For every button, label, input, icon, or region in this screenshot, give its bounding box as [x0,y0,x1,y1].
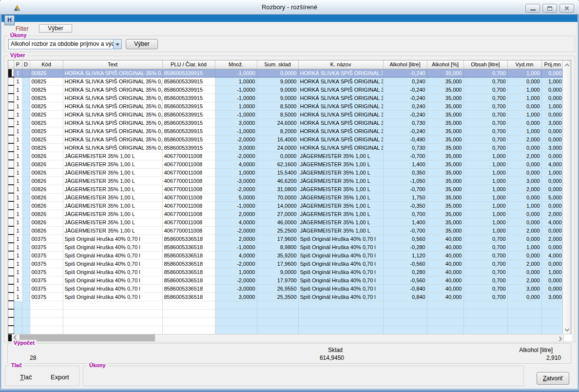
cell[interactable]: 4067700011008 [162,185,215,193]
cell[interactable]: 8,5000 [257,110,298,118]
cell[interactable]: 1,000 [541,168,563,176]
cell[interactable] [22,276,30,284]
table-row[interactable]: 100825HORKÁ SLIVKA SPIŠ ORIGINAL 35% 0,7… [8,118,563,127]
cell[interactable]: 0,700 [383,210,427,218]
cell[interactable]: 3,0000 [215,143,257,152]
cell[interactable]: 00825 [30,102,63,110]
cell[interactable]: HORKÁ SLIVKA SPIŠ ORIGINAL 35% [298,118,383,127]
cell[interactable]: 35,000 [427,127,463,135]
column-header-alkohol-litre[interactable]: Alkohol [litre] [383,60,427,69]
cell[interactable]: -1,0000 [215,127,257,135]
cell[interactable]: 1,400 [383,160,427,168]
cell[interactable]: 0,700 [463,102,507,110]
cell[interactable]: 0,000 [507,251,541,259]
cell[interactable]: 1,0000 [215,168,257,176]
cell[interactable]: 1 [14,135,22,143]
cell[interactable]: Spiš Originál Hruška 40% 0,70 l [298,268,383,276]
cell[interactable]: 8586005339915 [162,85,215,94]
cell[interactable]: 35,000 [427,110,463,118]
cell[interactable]: 0,700 [463,235,507,243]
cell[interactable]: 62,1600 [257,160,298,168]
cell[interactable]: 3,0000 [215,118,257,127]
cell[interactable]: 1 [14,127,22,135]
cell[interactable]: HORKÁ SLIVKA SPIŠ ORIGINAL 35% [298,77,383,85]
cell[interactable]: Spiš Originál Hruška 40% 0,70 l [63,251,162,259]
cell[interactable]: 1,000 [463,210,507,218]
row-selector[interactable] [8,284,14,293]
cell[interactable]: 46,6200 [257,176,298,185]
cell[interactable]: 31,0800 [257,185,298,193]
column-header-obsah-litre[interactable]: Obsah [litre] [463,60,507,69]
cell[interactable]: 2,0000 [215,235,257,243]
cell[interactable]: 1 [14,160,22,168]
cell[interactable]: 2,000 [507,259,541,268]
row-selector[interactable] [8,185,14,193]
cell[interactable]: 0,730 [383,118,427,127]
cell[interactable]: 4,000 [541,251,563,259]
cell[interactable]: JÄGERMEISTER 35% 1,00 L [63,210,162,218]
cell[interactable]: 4067700011008 [162,226,215,235]
cell[interactable]: 1 [14,176,22,185]
table-row[interactable]: 100826JÄGERMEISTER 35% 1,00 L40677000110… [8,176,563,185]
cell[interactable]: 2,000 [507,152,541,160]
cell[interactable]: 00375 [30,268,63,276]
cell[interactable]: 35,000 [427,85,463,94]
cell[interactable]: 1,0000 [215,268,257,276]
cell[interactable]: 00825 [30,77,63,85]
cell[interactable]: HORKÁ SLIVKA SPIŠ ORIGINAL 35% 0,70 [63,94,162,102]
cell[interactable]: JÄGERMEISTER 35% 1,00 L [298,152,383,160]
cell[interactable]: 0,000 [507,102,541,110]
cell[interactable]: 0,700 [463,276,507,284]
cell[interactable]: 1,000 [463,168,507,176]
cell[interactable]: 00826 [30,160,63,168]
table-row[interactable]: 100375Spiš Originál Hruška 40% 0,70 l858… [8,293,563,301]
table-row[interactable]: 100826JÄGERMEISTER 35% 1,00 L40677000110… [8,168,563,176]
cell[interactable]: 0,000 [507,193,541,201]
table-row[interactable]: 100825HORKÁ SLIVKA SPIŠ ORIGINAL 35% 0,7… [8,110,563,118]
table-row[interactable]: 100375Spiš Originál Hruška 40% 0,70 l858… [8,251,563,259]
cell[interactable]: -2,0000 [215,152,257,160]
cell[interactable]: 8586005336518 [162,243,215,251]
cell[interactable]: 0,700 [463,94,507,102]
cell[interactable]: 1 [14,210,22,218]
cell[interactable]: 0,000 [507,168,541,176]
cell[interactable]: -3,0000 [215,176,257,185]
cell[interactable]: 0,000 [541,85,563,94]
cell[interactable]: 35,9200 [257,251,298,259]
cell[interactable]: 0,700 [463,284,507,293]
cell[interactable]: 35,000 [427,94,463,102]
cell[interactable]: JÄGERMEISTER 35% 1,00 L [63,226,162,235]
table-row[interactable]: 100826JÄGERMEISTER 35% 1,00 L40677000110… [8,226,563,235]
cell[interactable]: 0,700 [463,118,507,127]
row-selector[interactable] [8,85,14,94]
cell[interactable]: 5,000 [541,193,563,201]
cell[interactable]: 0,700 [463,268,507,276]
cell[interactable]: 00826 [30,210,63,218]
cell[interactable]: 40,000 [427,251,463,259]
cell[interactable] [22,143,30,152]
cell[interactable]: 40,000 [427,276,463,284]
row-selector[interactable] [8,276,14,284]
cell[interactable]: 40,000 [427,235,463,243]
cell[interactable]: 0,000 [507,77,541,85]
cell[interactable]: 8,5000 [257,102,298,110]
cell[interactable]: Spiš Originál Hruška 40% 0,70 l [63,268,162,276]
row-selector[interactable] [8,110,14,118]
cell[interactable]: 35,000 [427,210,463,218]
cell[interactable]: HORKÁ SLIVKA SPIŠ ORIGINAL 35% [298,85,383,94]
cell[interactable]: 35,000 [427,185,463,193]
cell[interactable]: JÄGERMEISTER 35% 1,00 L [298,210,383,218]
cell[interactable]: HORKÁ SLIVKA SPIŠ ORIGINAL 35% [298,69,383,77]
cell[interactable]: 0,000 [507,235,541,243]
cell[interactable]: 1,000 [463,226,507,235]
cell[interactable]: 0,700 [463,110,507,118]
cell[interactable]: 40,000 [427,259,463,268]
cell[interactable]: 8586005336518 [162,284,215,293]
cell[interactable]: -0,560 [383,276,427,284]
cell[interactable]: 2,000 [541,235,563,243]
cell[interactable] [22,85,30,94]
cell[interactable]: 1,000 [507,85,541,94]
cell[interactable]: 2,000 [507,276,541,284]
cell[interactable]: 35,000 [427,168,463,176]
table-row[interactable]: 100826JÄGERMEISTER 35% 1,00 L40677000110… [8,201,563,210]
